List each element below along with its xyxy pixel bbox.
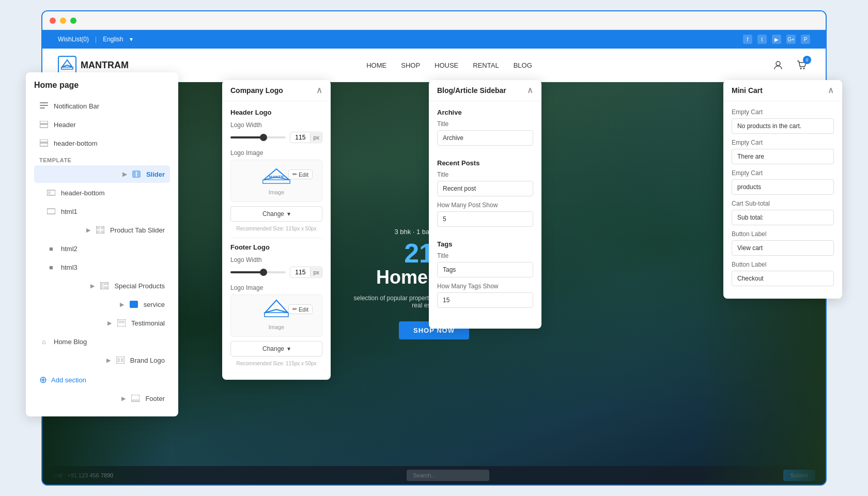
nav-house[interactable]: HOUSE (435, 61, 458, 69)
company-logo-close-button[interactable]: ∧ (316, 86, 322, 95)
cart-icon[interactable]: 0 (794, 57, 810, 73)
svg-rect-9 (40, 140, 48, 142)
sidebar-item-service[interactable]: ▶ service (34, 296, 170, 313)
html2-icon: ■ (47, 244, 56, 253)
language-arrow[interactable]: ▾ (130, 36, 133, 43)
logo-icon (58, 56, 76, 74)
sidebar-item-header[interactable]: Header (34, 116, 170, 133)
sidebar-item-html2[interactable]: ■ html2 (34, 240, 170, 257)
social-icon-googleplus[interactable]: G+ (786, 35, 796, 44)
slider-chevron: ▶ (122, 171, 127, 178)
sidebar-item-header-bottom-2[interactable]: header-bottom (34, 184, 170, 202)
header-logo-range-track[interactable] (230, 136, 286, 138)
sidebar-item-home-blog[interactable]: ⌂ Home Blog (34, 333, 170, 350)
sidebar-item-header-bottom[interactable]: header-bottom (34, 134, 170, 152)
svg-rect-35 (132, 399, 139, 401)
mini-cart-panel-header: Mini Cart ∧ (723, 80, 842, 101)
wishlist-label[interactable]: WishList(0) (58, 36, 89, 43)
nav-shop[interactable]: SHOP (401, 61, 420, 69)
sidebar-item-special-products[interactable]: ▶ Special Products (34, 277, 170, 295)
svg-point-29 (118, 320, 121, 323)
product-tab-label: Product Tab Slider (110, 226, 165, 234)
recent-posts-title-input[interactable] (437, 181, 533, 196)
social-icon-youtube[interactable]: ▶ (772, 35, 781, 44)
sidebar-item-html3[interactable]: ■ html3 (34, 258, 170, 276)
browser-dot-yellow[interactable] (60, 18, 66, 24)
sidebar-item-testimonial[interactable]: ▶ Testimonial (34, 314, 170, 332)
cart-subtotal-group: Cart Sub-total (732, 200, 834, 225)
hero-search-input[interactable] (407, 470, 489, 481)
browser-dot-red[interactable] (50, 18, 56, 24)
header-bottom-label: header-bottom (54, 140, 98, 147)
nav-icons: 0 (770, 57, 810, 73)
footer-logo-preview-wrapper: ✏ Edit (237, 301, 316, 321)
header-logo-section-title: Header Logo (230, 109, 322, 116)
social-icon-facebook[interactable]: f (743, 35, 752, 44)
nav-home[interactable]: HOME (366, 61, 386, 69)
footer-logo-section-title: Footer Logo (230, 243, 322, 251)
nav-links: HOME SHOP HOUSE RENTAL BLOG (366, 61, 532, 69)
recent-posts-count-input[interactable] (437, 211, 533, 227)
footer-logo-change-button[interactable]: Change ▾ (230, 341, 322, 357)
svg-rect-8 (40, 125, 48, 128)
nav-blog[interactable]: BLOG (514, 61, 532, 69)
footer-logo-edit-button[interactable]: ✏ Edit (288, 304, 313, 314)
header-logo-range-thumb (260, 134, 267, 141)
cart-subtotal-input[interactable] (732, 210, 834, 225)
tags-count-input[interactable] (437, 292, 533, 308)
svg-rect-0 (61, 67, 73, 69)
add-section-button[interactable]: ⊕ Add section (34, 370, 170, 390)
header-logo-range-filled (230, 136, 264, 138)
empty-cart-2-input[interactable] (732, 149, 834, 164)
svg-text:MANTR: MANTR (269, 175, 284, 179)
empty-cart-3-group: Empty Cart (732, 169, 834, 195)
testimonial-chevron: ▶ (107, 320, 112, 327)
svg-rect-6 (40, 107, 45, 109)
empty-cart-1-input[interactable] (732, 118, 834, 134)
topbar-left: WishList(0) | English ▾ (58, 36, 133, 43)
social-icon-pinterest[interactable]: P (801, 35, 810, 44)
sidebar-item-product-tab-slider[interactable]: ▶ Product Tab Slider (34, 221, 170, 239)
sidebar-item-html1[interactable]: html1 (34, 203, 170, 220)
empty-cart-3-input[interactable] (732, 179, 834, 195)
sidebar-item-footer[interactable]: ▶ Footer (34, 390, 170, 407)
cart-badge: 0 (803, 56, 811, 64)
sidebar-item-slider[interactable]: ▶ Slider (34, 165, 170, 183)
footer-logo-range-track[interactable] (230, 271, 286, 273)
mini-cart-close-button[interactable]: ∧ (828, 86, 834, 95)
product-tab-icon (96, 225, 105, 235)
header-logo-width-value[interactable] (290, 132, 310, 143)
cart-button2-label: Button Label (732, 261, 834, 268)
header-logo-edit-button[interactable]: ✏ Edit (288, 169, 313, 179)
browser-dot-green[interactable] (70, 18, 76, 24)
home-blog-icon: ⌂ (39, 337, 49, 346)
blog-sidebar-panel-header: Blog/Article Sidebar ∧ (429, 80, 541, 101)
header-logo-image-label: Logo Image (230, 149, 322, 157)
sidebar-item-brand-logo[interactable]: ▶ Brand Logo (34, 351, 170, 369)
product-tab-chevron: ▶ (86, 227, 90, 234)
nav-rental[interactable]: RENTAL (473, 61, 499, 69)
cart-button1-input[interactable] (732, 240, 834, 256)
user-icon[interactable] (770, 57, 786, 73)
left-sidebar-panel: Home page Notification Bar Header hea (26, 72, 178, 416)
footer-edit-icon: ✏ (292, 306, 297, 313)
brand-logo-chevron: ▶ (106, 357, 111, 364)
footer-logo-width-value[interactable] (290, 267, 310, 277)
home-blog-label: Home Blog (54, 338, 87, 346)
cart-button2-input[interactable] (732, 271, 834, 286)
service-label: service (144, 301, 165, 308)
blog-sidebar-close-button[interactable]: ∧ (527, 86, 533, 95)
service-icon (129, 300, 138, 309)
browser-titlebar (42, 11, 826, 30)
header-logo-preview-wrapper: MANTR ✏ Edit (237, 166, 316, 186)
header-logo-img-label: Image (269, 189, 285, 195)
footer-logo-preview: ✏ Edit Image (230, 295, 322, 337)
social-icon-twitter[interactable]: t (757, 35, 767, 44)
sidebar-item-notification-bar[interactable]: Notification Bar (34, 97, 170, 115)
blog-archive-section: Archive Title (437, 109, 533, 151)
language-label[interactable]: English (103, 36, 123, 43)
notification-bar-label: Notification Bar (54, 102, 99, 110)
header-logo-change-button[interactable]: Change ▾ (230, 206, 322, 222)
tags-title-input[interactable] (437, 262, 533, 277)
archive-title-input[interactable] (437, 130, 533, 146)
